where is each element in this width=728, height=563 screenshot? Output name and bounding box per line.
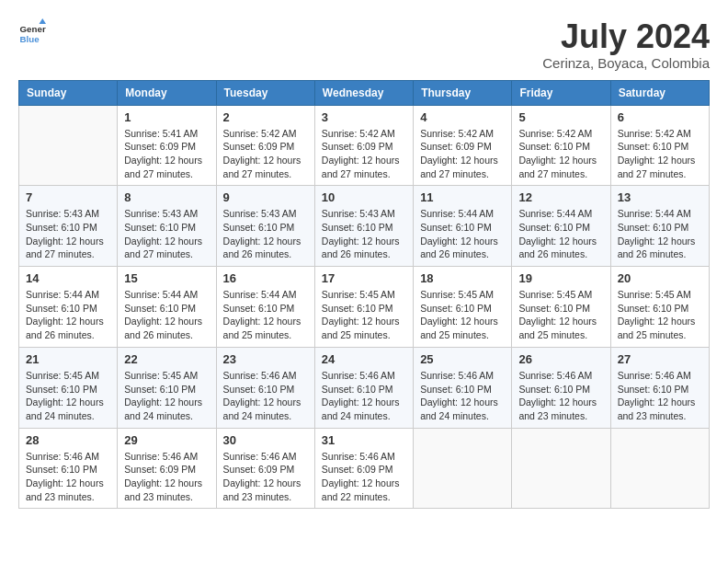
weekday-header: Thursday: [414, 80, 512, 105]
day-info: Sunrise: 5:46 AM Sunset: 6:09 PM Dayligh…: [223, 450, 308, 504]
title-area: July 2024 Cerinza, Boyaca, Colombia: [542, 18, 710, 71]
day-number: 21: [26, 352, 110, 366]
day-info: Sunrise: 5:45 AM Sunset: 6:10 PM Dayligh…: [618, 288, 702, 342]
weekday-header: Monday: [118, 80, 216, 105]
calendar-cell: 2Sunrise: 5:42 AM Sunset: 6:09 PM Daylig…: [216, 105, 314, 186]
day-info: Sunrise: 5:43 AM Sunset: 6:10 PM Dayligh…: [223, 207, 308, 261]
calendar-cell: 27Sunrise: 5:46 AM Sunset: 6:10 PM Dayli…: [610, 347, 709, 428]
day-info: Sunrise: 5:44 AM Sunset: 6:10 PM Dayligh…: [618, 207, 702, 261]
day-number: 14: [26, 271, 110, 285]
calendar-cell: 10Sunrise: 5:43 AM Sunset: 6:10 PM Dayli…: [314, 186, 413, 267]
day-info: Sunrise: 5:46 AM Sunset: 6:10 PM Dayligh…: [223, 369, 308, 423]
logo-icon: General Blue: [18, 18, 46, 46]
calendar-cell: 14Sunrise: 5:44 AM Sunset: 6:10 PM Dayli…: [19, 267, 118, 348]
day-number: 11: [420, 190, 505, 204]
calendar-cell: [610, 428, 709, 509]
calendar-cell: 8Sunrise: 5:43 AM Sunset: 6:10 PM Daylig…: [118, 186, 216, 267]
calendar-cell: 31Sunrise: 5:46 AM Sunset: 6:09 PM Dayli…: [314, 428, 413, 509]
calendar-cell: 9Sunrise: 5:43 AM Sunset: 6:10 PM Daylig…: [216, 186, 314, 267]
svg-text:Blue: Blue: [20, 34, 40, 44]
day-number: 4: [420, 110, 505, 124]
calendar-cell: 17Sunrise: 5:45 AM Sunset: 6:10 PM Dayli…: [314, 267, 413, 348]
month-year-title: July 2024: [542, 18, 710, 55]
day-number: 8: [124, 190, 209, 204]
calendar-cell: 1Sunrise: 5:41 AM Sunset: 6:09 PM Daylig…: [118, 105, 216, 186]
weekday-header: Saturday: [610, 80, 709, 105]
day-info: Sunrise: 5:42 AM Sunset: 6:09 PM Dayligh…: [322, 127, 406, 181]
day-info: Sunrise: 5:46 AM Sunset: 6:10 PM Dayligh…: [518, 369, 603, 423]
day-info: Sunrise: 5:44 AM Sunset: 6:10 PM Dayligh…: [420, 207, 505, 261]
day-number: 7: [26, 190, 110, 204]
weekday-header: Sunday: [19, 80, 118, 105]
day-info: Sunrise: 5:46 AM Sunset: 6:10 PM Dayligh…: [26, 450, 110, 504]
day-number: 9: [223, 190, 308, 204]
calendar-cell: 20Sunrise: 5:45 AM Sunset: 6:10 PM Dayli…: [610, 267, 709, 348]
calendar-cell: 22Sunrise: 5:45 AM Sunset: 6:10 PM Dayli…: [118, 347, 216, 428]
calendar-cell: 21Sunrise: 5:45 AM Sunset: 6:10 PM Dayli…: [19, 347, 118, 428]
day-info: Sunrise: 5:41 AM Sunset: 6:09 PM Dayligh…: [124, 127, 209, 181]
calendar-cell: 25Sunrise: 5:46 AM Sunset: 6:10 PM Dayli…: [414, 347, 512, 428]
day-info: Sunrise: 5:43 AM Sunset: 6:10 PM Dayligh…: [124, 207, 209, 261]
weekday-header: Friday: [512, 80, 610, 105]
calendar-cell: 26Sunrise: 5:46 AM Sunset: 6:10 PM Dayli…: [512, 347, 610, 428]
calendar-week-row: 21Sunrise: 5:45 AM Sunset: 6:10 PM Dayli…: [19, 347, 710, 428]
day-info: Sunrise: 5:42 AM Sunset: 6:10 PM Dayligh…: [518, 127, 603, 181]
day-number: 29: [124, 433, 209, 447]
calendar-week-row: 28Sunrise: 5:46 AM Sunset: 6:10 PM Dayli…: [19, 428, 710, 509]
day-info: Sunrise: 5:43 AM Sunset: 6:10 PM Dayligh…: [322, 207, 406, 261]
day-number: 26: [518, 352, 603, 366]
day-number: 15: [124, 271, 209, 285]
calendar-week-row: 14Sunrise: 5:44 AM Sunset: 6:10 PM Dayli…: [19, 267, 710, 348]
day-number: 23: [223, 352, 308, 366]
day-number: 30: [223, 433, 308, 447]
page-header: General Blue July 2024 Cerinza, Boyaca, …: [18, 18, 710, 71]
day-number: 17: [322, 271, 406, 285]
day-number: 16: [223, 271, 308, 285]
day-number: 27: [618, 352, 702, 366]
calendar-cell: 23Sunrise: 5:46 AM Sunset: 6:10 PM Dayli…: [216, 347, 314, 428]
day-info: Sunrise: 5:44 AM Sunset: 6:10 PM Dayligh…: [124, 288, 209, 342]
day-info: Sunrise: 5:44 AM Sunset: 6:10 PM Dayligh…: [223, 288, 308, 342]
day-number: 20: [618, 271, 702, 285]
svg-marker-2: [40, 18, 47, 24]
calendar-cell: 4Sunrise: 5:42 AM Sunset: 6:09 PM Daylig…: [414, 105, 512, 186]
day-info: Sunrise: 5:46 AM Sunset: 6:10 PM Dayligh…: [618, 369, 702, 423]
day-info: Sunrise: 5:45 AM Sunset: 6:10 PM Dayligh…: [322, 288, 406, 342]
day-info: Sunrise: 5:43 AM Sunset: 6:10 PM Dayligh…: [26, 207, 110, 261]
day-number: 25: [420, 352, 505, 366]
day-number: 6: [618, 110, 702, 124]
weekday-header: Wednesday: [314, 80, 413, 105]
calendar-cell: 18Sunrise: 5:45 AM Sunset: 6:10 PM Dayli…: [414, 267, 512, 348]
calendar-week-row: 7Sunrise: 5:43 AM Sunset: 6:10 PM Daylig…: [19, 186, 710, 267]
calendar-header-row: SundayMondayTuesdayWednesdayThursdayFrid…: [19, 80, 710, 105]
calendar-week-row: 1Sunrise: 5:41 AM Sunset: 6:09 PM Daylig…: [19, 105, 710, 186]
day-number: 24: [322, 352, 406, 366]
calendar-cell: 13Sunrise: 5:44 AM Sunset: 6:10 PM Dayli…: [610, 186, 709, 267]
day-number: 3: [322, 110, 406, 124]
calendar-cell: 29Sunrise: 5:46 AM Sunset: 6:09 PM Dayli…: [118, 428, 216, 509]
day-info: Sunrise: 5:46 AM Sunset: 6:09 PM Dayligh…: [124, 450, 209, 504]
day-number: 31: [322, 433, 406, 447]
day-number: 13: [618, 190, 702, 204]
day-number: 2: [223, 110, 308, 124]
calendar-table: SundayMondayTuesdayWednesdayThursdayFrid…: [18, 80, 710, 510]
day-number: 28: [26, 433, 110, 447]
calendar-cell: [19, 105, 118, 186]
day-number: 5: [518, 110, 603, 124]
day-info: Sunrise: 5:45 AM Sunset: 6:10 PM Dayligh…: [420, 288, 505, 342]
location-subtitle: Cerinza, Boyaca, Colombia: [542, 55, 710, 71]
calendar-cell: 30Sunrise: 5:46 AM Sunset: 6:09 PM Dayli…: [216, 428, 314, 509]
calendar-cell: 11Sunrise: 5:44 AM Sunset: 6:10 PM Dayli…: [414, 186, 512, 267]
svg-text:General: General: [20, 24, 47, 34]
calendar-cell: 6Sunrise: 5:42 AM Sunset: 6:10 PM Daylig…: [610, 105, 709, 186]
calendar-cell: 19Sunrise: 5:45 AM Sunset: 6:10 PM Dayli…: [512, 267, 610, 348]
calendar-cell: 3Sunrise: 5:42 AM Sunset: 6:09 PM Daylig…: [314, 105, 413, 186]
day-info: Sunrise: 5:45 AM Sunset: 6:10 PM Dayligh…: [518, 288, 603, 342]
calendar-cell: [414, 428, 512, 509]
day-number: 12: [518, 190, 603, 204]
day-info: Sunrise: 5:44 AM Sunset: 6:10 PM Dayligh…: [518, 207, 603, 261]
calendar-cell: 16Sunrise: 5:44 AM Sunset: 6:10 PM Dayli…: [216, 267, 314, 348]
calendar-cell: [512, 428, 610, 509]
day-info: Sunrise: 5:46 AM Sunset: 6:10 PM Dayligh…: [322, 369, 406, 423]
calendar-cell: 7Sunrise: 5:43 AM Sunset: 6:10 PM Daylig…: [19, 186, 118, 267]
